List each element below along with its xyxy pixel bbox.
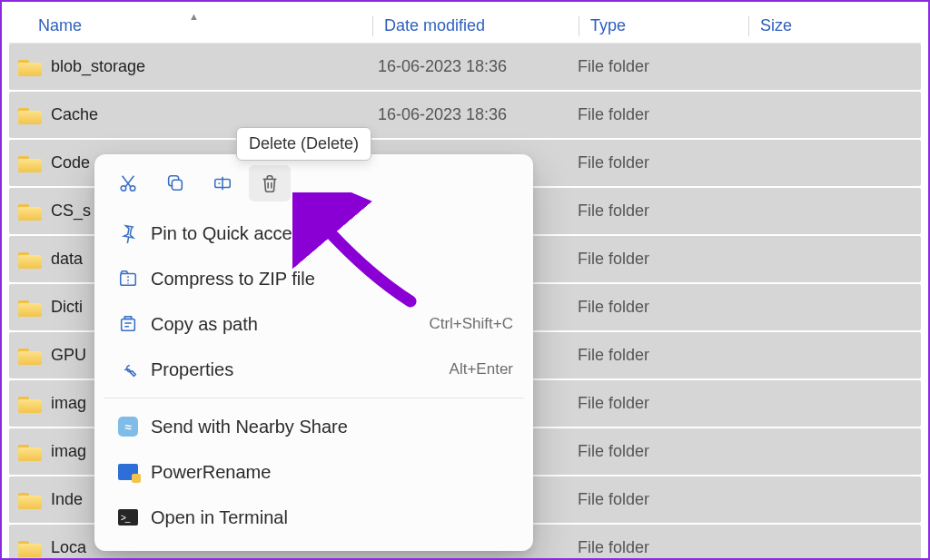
- folder-icon: [18, 299, 42, 317]
- file-name: Inde: [51, 490, 83, 509]
- file-name: Loca: [51, 538, 86, 557]
- menu-separator: [104, 398, 524, 398]
- file-name: imag: [51, 442, 86, 461]
- column-type[interactable]: Type: [585, 16, 748, 35]
- delete-tooltip: Delete (Delete): [236, 127, 371, 161]
- menu-item-open-in-terminal[interactable]: >_Open in Terminal: [94, 495, 533, 540]
- file-name: GPU: [51, 346, 86, 365]
- menu-item-copy-as-path[interactable]: Copy as pathCtrl+Shift+C: [94, 301, 533, 347]
- menu-item-label: PowerRename: [151, 462, 513, 483]
- rename-button[interactable]: [202, 165, 243, 201]
- file-type: File folder: [572, 57, 736, 76]
- power-icon: [114, 464, 142, 480]
- file-name: Code: [51, 153, 90, 172]
- menu-item-label: Open in Terminal: [151, 507, 513, 528]
- menu-item-shortcut: Ctrl+Shift+C: [429, 315, 513, 333]
- file-name: imag: [51, 394, 86, 413]
- cut-button[interactable]: [107, 165, 149, 201]
- file-date: 16-06-2023 18:36: [372, 57, 572, 76]
- file-type: File folder: [572, 346, 736, 365]
- file-name: CS_s: [51, 201, 91, 221]
- file-type: File folder: [572, 201, 736, 221]
- nearby-icon: ≈: [114, 417, 142, 437]
- column-name[interactable]: Name ▲: [9, 16, 372, 35]
- file-type: File folder: [572, 105, 736, 124]
- menu-item-label: Send with Nearby Share: [151, 417, 513, 437]
- delete-button[interactable]: [249, 165, 291, 201]
- menu-item-shortcut: Alt+Enter: [450, 360, 513, 378]
- folder-icon: [18, 443, 42, 461]
- file-type: File folder: [572, 298, 736, 317]
- file-type: File folder: [572, 250, 736, 269]
- file-name: Cache: [51, 105, 98, 124]
- file-type: File folder: [572, 153, 736, 172]
- svg-point-1: [130, 186, 135, 192]
- pin-icon: [114, 223, 142, 243]
- column-header-row: Name ▲ Date modified Type Size: [9, 9, 921, 44]
- folder-icon: [18, 539, 42, 557]
- context-toolbar: [94, 163, 533, 211]
- file-name: Dicti: [51, 298, 83, 317]
- menu-item-label: Properties: [151, 359, 450, 380]
- file-type: File folder: [572, 490, 736, 509]
- column-size[interactable]: Size: [755, 16, 921, 35]
- zip-icon: [114, 269, 142, 289]
- copy-button[interactable]: [154, 165, 196, 201]
- file-type: File folder: [572, 394, 736, 413]
- file-date: 16-06-2023 18:36: [372, 105, 572, 124]
- folder-icon: [18, 106, 42, 124]
- sort-indicator-icon: ▲: [189, 11, 199, 22]
- file-name: data: [51, 250, 83, 269]
- file-type: File folder: [572, 538, 736, 557]
- file-name: blob_storage: [51, 57, 145, 76]
- folder-icon: [18, 154, 42, 172]
- svg-point-0: [121, 186, 126, 192]
- file-type: File folder: [572, 442, 736, 461]
- column-date[interactable]: Date modified: [379, 16, 579, 35]
- folder-icon: [18, 251, 42, 269]
- menu-item-label: Compress to ZIP file: [151, 269, 513, 290]
- svg-rect-2: [172, 180, 182, 190]
- menu-item-label: Pin to Quick access: [151, 223, 513, 244]
- svg-rect-5: [122, 319, 135, 331]
- folder-icon: [18, 347, 42, 365]
- wrench-icon: [114, 359, 142, 379]
- folder-icon: [18, 202, 42, 221]
- copypath-icon: [114, 314, 142, 334]
- menu-item-compress-to-zip-file[interactable]: Compress to ZIP file: [94, 256, 533, 301]
- folder-icon: [18, 58, 42, 76]
- menu-item-label: Copy as path: [151, 314, 429, 335]
- table-row[interactable]: blob_storage16-06-2023 18:36File folder: [9, 44, 921, 90]
- menu-item-send-with-nearby-share[interactable]: ≈Send with Nearby Share: [94, 404, 533, 449]
- terminal-icon: >_: [114, 509, 142, 526]
- table-row[interactable]: Cache16-06-2023 18:36File folder: [9, 92, 921, 138]
- menu-item-properties[interactable]: PropertiesAlt+Enter: [94, 347, 533, 392]
- context-menu: Pin to Quick accessCompress to ZIP fileC…: [94, 154, 533, 551]
- column-name-label: Name: [38, 16, 82, 34]
- folder-icon: [18, 395, 42, 413]
- menu-item-powerrename[interactable]: PowerRename: [94, 449, 533, 495]
- menu-item-pin-to-quick-access[interactable]: Pin to Quick access: [94, 211, 533, 256]
- folder-icon: [18, 491, 42, 509]
